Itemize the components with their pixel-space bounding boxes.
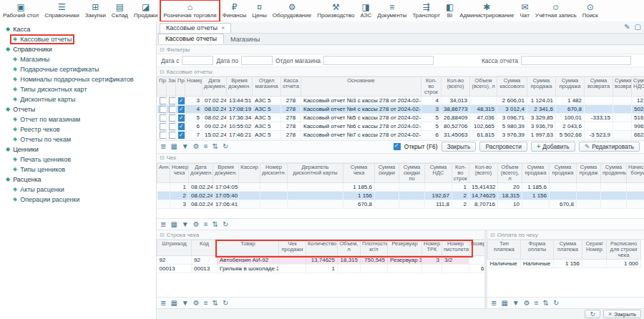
toolbar-item-finance[interactable]: ₽Финансы <box>220 0 250 21</box>
table-row[interactable]: 308.02.2417:06:41670,8111,828,7071610670… <box>157 200 644 208</box>
section-reports[interactable]: ⊟ Кассовые отчеты <box>157 67 644 77</box>
column-header[interactable]: Номер <box>185 77 203 96</box>
date-from-input[interactable] <box>182 56 213 65</box>
row-checkbox[interactable] <box>160 114 167 122</box>
toolbar-item-transport[interactable]: ⇶Транспорт <box>409 0 442 21</box>
column-header[interactable]: Сумма кассового <box>497 77 527 96</box>
row-checkbox[interactable] <box>178 106 185 113</box>
column-header[interactable]: Кол-во (всего) <box>469 163 498 182</box>
section-payment[interactable]: ⊟ Оплата по чеку <box>487 230 644 240</box>
row-checkbox[interactable] <box>178 97 185 104</box>
table-row[interactable]: 208.02.2417:05:401 156192,67214,7462518,… <box>157 191 644 200</box>
close-button[interactable]: × Закрыть <box>603 310 641 318</box>
list-view-icon[interactable]: ≣ <box>160 143 166 150</box>
section-filters[interactable]: ⊟ Фильтры <box>157 45 644 54</box>
column-header[interactable]: Сумма возврата <box>585 77 613 96</box>
settings-icon[interactable]: ⚙ <box>193 143 200 150</box>
column-header[interactable]: Возвращен <box>469 240 485 256</box>
sidebar-item[interactable]: ◈Отчеты по чекам <box>0 134 156 144</box>
table-row[interactable]: 508.02.2417:36:34АЗС 5278Кассовый отчет … <box>157 113 644 122</box>
column-header[interactable]: Держатель дисконтной карты <box>288 163 343 182</box>
sidebar-group[interactable]: ◆Справочники <box>0 44 156 54</box>
column-header[interactable]: Пров <box>176 77 185 96</box>
column-header[interactable]: Тип платежа <box>488 240 521 260</box>
refresh-icon[interactable]: ↻ <box>223 221 228 228</box>
toolbar-item-sales[interactable]: ◪Продажи <box>131 0 160 21</box>
table-row[interactable]: 609.02.2410:55:02АЗС 5278Кассовый отчет … <box>157 122 644 130</box>
table-row[interactable]: 9292Автобензин АИ-9213,7462518,315750,54… <box>157 256 485 265</box>
toolbar-item-search[interactable]: ⊙Поиск <box>580 0 601 21</box>
column-header[interactable]: Сумма продаж <box>577 163 601 182</box>
table-row[interactable]: НаличныеНаличные1 1561 000 <box>488 260 641 268</box>
export-icon[interactable]: ⇅ <box>213 143 218 150</box>
pencil-icon[interactable]: ✎ <box>624 23 630 31</box>
column-header[interactable]: Отдел магазина <box>253 77 281 96</box>
sidebar-item[interactable]: ◈Дисконтные карты <box>0 94 156 104</box>
column-header[interactable]: Чек продажи <box>279 240 306 256</box>
refresh-icon[interactable]: ↻ <box>223 300 228 307</box>
grid-view-icon[interactable]: ▦ <box>501 300 507 307</box>
cash-input[interactable] <box>521 56 631 65</box>
sidebar-item[interactable]: ◈Акты расценки <box>0 185 156 195</box>
export-icon[interactable]: ⇅ <box>213 300 218 307</box>
tab-cash-reports[interactable]: Кассовые отчеты × <box>160 23 231 33</box>
row-checkbox[interactable] <box>160 132 167 139</box>
toolbar-item-documents[interactable]: ≡Документы <box>374 0 409 21</box>
toolbar-item-retail[interactable]: ⌂Розничная торговля <box>160 0 219 21</box>
column-header[interactable]: Сумма скидки <box>375 163 399 182</box>
refresh-button[interactable]: ↻ <box>585 310 600 318</box>
refresh-icon[interactable]: ↻ <box>223 143 228 150</box>
column-header[interactable]: Пров <box>157 77 167 96</box>
row-checkbox[interactable] <box>178 140 185 141</box>
sidebar-item[interactable]: ◈Номиналы подарочных сертификатов <box>0 74 156 84</box>
row-checkbox[interactable] <box>169 97 176 104</box>
column-header[interactable]: Количество <box>306 240 338 256</box>
column-header[interactable]: Сумма платежа <box>554 240 582 260</box>
sidebar-group[interactable]: ◆Касса <box>0 24 156 34</box>
row-checkbox[interactable] <box>178 123 185 130</box>
column-header[interactable]: Объем (всего), л <box>498 163 522 182</box>
section-receipt[interactable]: ⊟ Чек <box>157 154 644 163</box>
filter-icon[interactable]: ▼ <box>182 221 189 228</box>
subtab[interactable]: Кассовые отчеты <box>158 34 224 44</box>
row-checkbox[interactable] <box>169 114 176 122</box>
row-checkbox[interactable] <box>160 106 167 113</box>
column-header[interactable]: Основание <box>301 77 421 96</box>
toolbar-item-references[interactable]: ☰Справочники <box>42 0 82 21</box>
column-header[interactable]: Время докумен. <box>227 77 253 96</box>
sidebar-item[interactable]: ◈Подарочные сертификаты <box>0 64 156 74</box>
row-checkbox[interactable] <box>169 106 176 113</box>
window-icon[interactable]: ▢ <box>635 23 641 31</box>
column-header[interactable]: Штрихкод <box>157 240 192 256</box>
column-header[interactable]: Закр <box>167 77 176 96</box>
column-header[interactable]: Анн. <box>157 163 170 182</box>
column-header[interactable]: Номер чека <box>170 163 189 182</box>
button-action[interactable]: Распровести <box>479 142 527 152</box>
sidebar-item[interactable]: ◈Операции расценки <box>0 195 156 205</box>
filter-icon[interactable]: ▼ <box>512 300 519 307</box>
section-receipt-line[interactable]: ⊟ Строка чека <box>157 230 484 240</box>
column-header[interactable]: Кол-во строк <box>421 77 441 96</box>
column-header[interactable]: Номер дисконтн. <box>260 163 288 182</box>
open-filter-checkbox[interactable] <box>394 143 401 150</box>
sidebar-item[interactable]: ◈Отчет по магазинам <box>0 114 156 124</box>
toolbar-item-purchases[interactable]: ⊞Закупки <box>82 0 109 21</box>
column-header[interactable]: Резервуар <box>388 240 422 256</box>
date-to-input[interactable] <box>241 56 273 65</box>
button-action[interactable]: Закрыть <box>441 142 477 152</box>
button-pencil[interactable]: ✎Редактировать <box>579 142 640 152</box>
sidebar-item[interactable]: ◈Реестр чеков <box>0 124 156 134</box>
row-checkbox[interactable] <box>169 132 176 139</box>
columns-icon[interactable]: ≡ <box>204 221 208 228</box>
column-header[interactable]: Серия/ Номер <box>582 240 607 260</box>
row-checkbox[interactable] <box>178 132 185 139</box>
column-header[interactable]: Сумма продажа <box>527 77 556 96</box>
column-header[interactable]: Сумма НДС <box>632 77 644 96</box>
refresh-icon[interactable]: ↻ <box>553 300 559 307</box>
column-header[interactable]: Сумма проданных <box>601 163 627 182</box>
toolbar-item-chat[interactable]: ✉Чат <box>517 0 532 21</box>
list-view-icon[interactable]: ≣ <box>491 300 497 307</box>
grid-view-icon[interactable]: ▦ <box>170 143 177 150</box>
column-header[interactable]: Номер ТРК <box>422 240 442 256</box>
toolbar-item-prices[interactable]: ¤Цены <box>249 0 270 21</box>
